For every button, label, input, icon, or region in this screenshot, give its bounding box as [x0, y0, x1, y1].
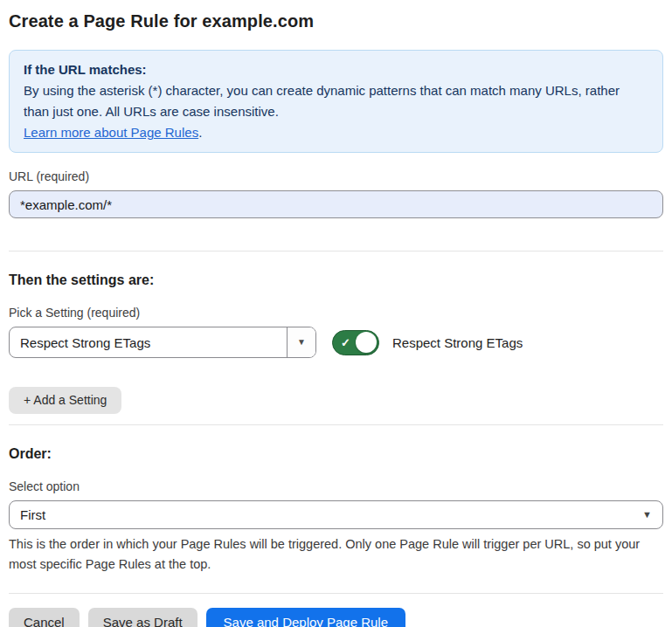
setting-select-value: Respect Strong ETags: [10, 327, 287, 357]
setting-select-arrow-button[interactable]: ▼: [287, 327, 315, 357]
page-title: Create a Page Rule for example.com: [9, 9, 663, 33]
setting-picker-label: Pick a Setting (required): [9, 306, 663, 320]
url-field-label: URL (required): [9, 169, 663, 184]
order-help-text: This is the order in which your Page Rul…: [9, 534, 655, 575]
chevron-down-icon: ▼: [642, 510, 652, 520]
link-suffix: .: [198, 125, 202, 140]
add-setting-button[interactable]: + Add a Setting: [9, 387, 121, 414]
checkmark-icon: ✓: [341, 337, 350, 348]
order-section-heading: Order:: [9, 445, 663, 463]
learn-more-link[interactable]: Learn more about Page Rules: [24, 125, 198, 140]
save-draft-button[interactable]: Save as Draft: [88, 608, 197, 627]
chevron-down-icon: ▼: [297, 338, 306, 347]
settings-section-heading: Then the settings are:: [9, 272, 663, 289]
divider: [9, 251, 663, 251]
cancel-button[interactable]: Cancel: [9, 608, 80, 627]
order-select-value: First: [20, 507, 642, 522]
toggle-label: Respect Strong ETags: [392, 335, 523, 350]
toggle-knob: [356, 332, 377, 353]
info-box-body: By using the asterisk (*) character, you…: [24, 80, 648, 122]
save-deploy-button[interactable]: Save and Deploy Page Rule: [206, 608, 405, 627]
page-rule-form: Create a Page Rule for example.com If th…: [0, 0, 672, 627]
divider: [9, 593, 663, 594]
url-input[interactable]: [9, 190, 663, 218]
setting-toggle[interactable]: ✓: [332, 330, 379, 355]
footer-button-row: Cancel Save as Draft Save and Deploy Pag…: [9, 608, 663, 627]
setting-select[interactable]: Respect Strong ETags ▼: [9, 327, 316, 358]
setting-row: Respect Strong ETags ▼ ✓ Respect Strong …: [9, 327, 663, 358]
info-box-heading: If the URL matches:: [24, 59, 648, 80]
order-select[interactable]: First ▼: [9, 500, 663, 529]
info-box-link-line: Learn more about Page Rules.: [24, 122, 648, 143]
url-match-info-box: If the URL matches: By using the asteris…: [9, 50, 663, 153]
divider: [9, 424, 663, 425]
order-select-label: Select option: [9, 479, 663, 494]
